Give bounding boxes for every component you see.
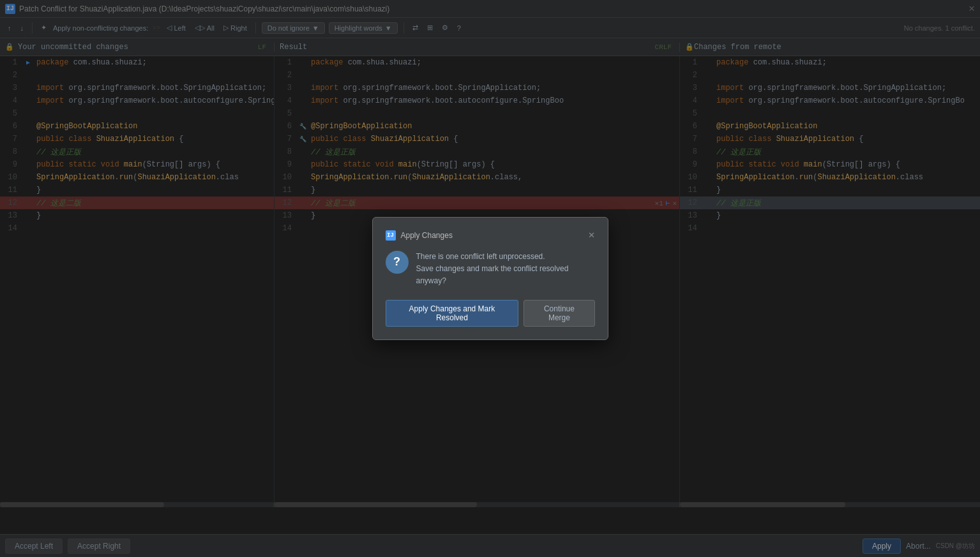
- modal-title-bar: IJ Apply Changes ✕: [386, 230, 595, 241]
- continue-merge-button[interactable]: Continue Merge: [524, 300, 594, 327]
- modal-buttons: Apply Changes and Mark Resolved Continue…: [386, 300, 595, 327]
- modal-title: Apply Changes: [401, 231, 584, 240]
- modal-question-icon: ?: [386, 251, 409, 274]
- modal-overlay: IJ Apply Changes ✕ ? There is one confli…: [0, 0, 980, 557]
- modal-message: There is one conflict left unprocessed. …: [416, 251, 595, 288]
- modal-close-button[interactable]: ✕: [589, 230, 595, 241]
- modal-body: ? There is one conflict left unprocessed…: [386, 251, 595, 288]
- apply-changes-mark-resolved-button[interactable]: Apply Changes and Mark Resolved: [386, 300, 519, 327]
- apply-changes-modal: IJ Apply Changes ✕ ? There is one confli…: [372, 217, 608, 341]
- modal-message-line1: There is one conflict left unprocessed.: [416, 251, 595, 263]
- modal-app-icon: IJ: [386, 230, 396, 241]
- modal-message-line2: Save changes and mark the conflict resol…: [416, 263, 595, 287]
